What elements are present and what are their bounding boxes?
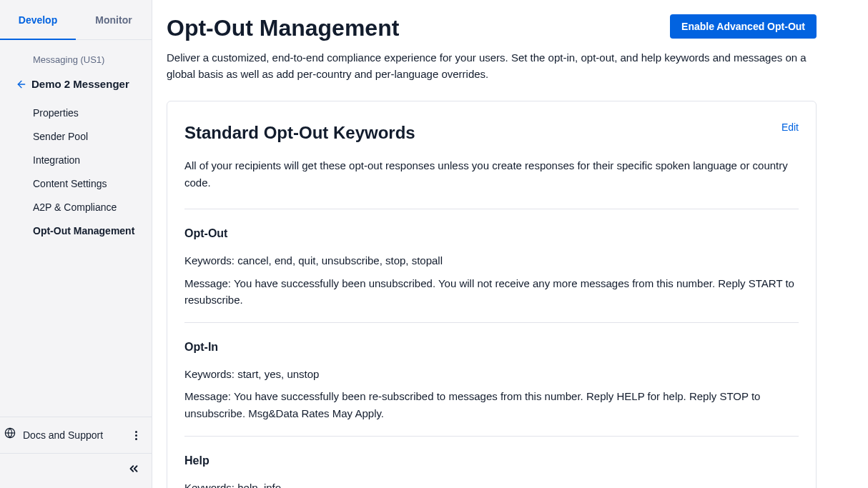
back-arrow-icon[interactable] [16,79,27,94]
help-heading: Help [184,452,799,469]
breadcrumb: Messaging (US1) [0,40,152,73]
card-header: Standard Opt-Out Keywords Edit [184,120,799,146]
enable-advanced-opt-out-button[interactable]: Enable Advanced Opt-Out [670,14,817,39]
opt-out-section: Opt-Out Keywords: cancel, end, quit, uns… [184,209,799,322]
card-description: All of your recipients will get these op… [184,157,799,191]
opt-in-keywords: Keywords: start, yes, unstop [184,366,799,382]
standard-keywords-card: Standard Opt-Out Keywords Edit All of yo… [167,101,817,488]
opt-in-message: Message: You have successfully been re-s… [184,388,799,422]
page-description: Deliver a customized, end-to-end complia… [167,50,810,82]
opt-out-heading: Opt-Out [184,225,799,242]
sidebar-content: Messaging (US1) Demo 2 Messenger Propert… [0,40,152,417]
page-header: Opt-Out Management Enable Advanced Opt-O… [167,14,817,41]
opt-in-heading: Opt-In [184,339,799,356]
sidebar-item-a2p-compliance[interactable]: A2P & Compliance [33,196,152,219]
sidebar-item-integration[interactable]: Integration [33,149,152,172]
app-container: Develop Monitor Messaging (US1) Demo 2 M… [0,0,868,488]
edit-link[interactable]: Edit [781,120,799,135]
sidebar-nav-list: Properties Sender Pool Integration Conte… [0,101,152,243]
docs-support-label: Docs and Support [23,428,103,443]
globe-icon [4,427,16,443]
more-menu-icon[interactable] [132,428,140,443]
back-row: Demo 2 Messenger [0,73,152,101]
opt-out-message: Message: You have successfully been unsu… [184,275,799,309]
help-section: Help Keywords: help, info Message: Reply… [184,436,799,488]
sidebar-item-sender-pool[interactable]: Sender Pool [33,125,152,149]
opt-in-section: Opt-In Keywords: start, yes, unstop Mess… [184,322,799,436]
docs-support-link[interactable]: Docs and Support [4,427,103,443]
collapse-sidebar-icon[interactable] [127,462,140,479]
help-keywords: Keywords: help, info [184,479,799,488]
opt-out-keywords: Keywords: cancel, end, quit, unsubscribe… [184,252,799,269]
docs-support-row: Docs and Support [0,417,152,454]
main-content: Opt-Out Management Enable Advanced Opt-O… [152,0,868,488]
sidebar-section-title: Demo 2 Messenger [31,77,129,91]
sidebar-item-opt-out-management[interactable]: Opt-Out Management [33,219,152,243]
sidebar: Develop Monitor Messaging (US1) Demo 2 M… [0,0,152,488]
sidebar-tabs: Develop Monitor [0,0,152,40]
sidebar-footer: Docs and Support [0,417,152,488]
card-title: Standard Opt-Out Keywords [184,120,415,146]
sidebar-item-content-settings[interactable]: Content Settings [33,172,152,196]
tab-develop[interactable]: Develop [0,0,76,39]
sidebar-item-properties[interactable]: Properties [33,101,152,125]
tab-monitor[interactable]: Monitor [76,0,152,39]
page-title: Opt-Out Management [167,14,399,41]
collapse-row [0,454,152,488]
